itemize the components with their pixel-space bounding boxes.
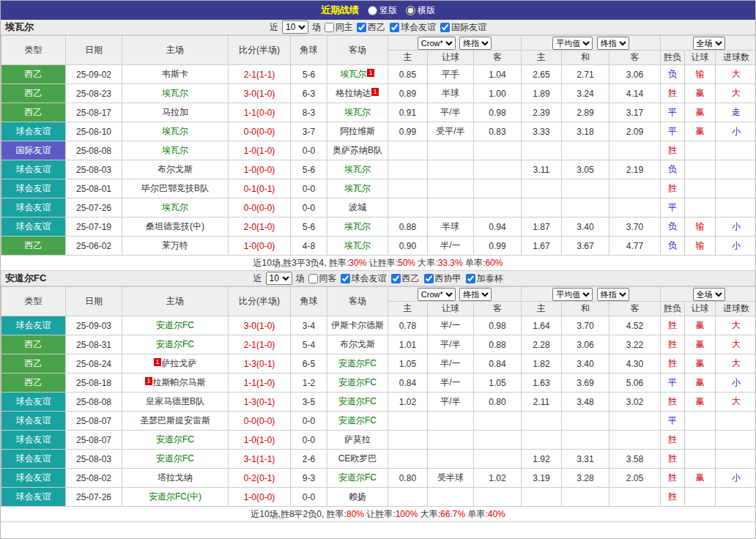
- home-team-name[interactable]: 塔拉戈纳: [158, 472, 193, 483]
- vertical-layout-radio[interactable]: [368, 6, 377, 15]
- away-team-cell[interactable]: 萨莫拉: [327, 431, 388, 450]
- score-cell[interactable]: 1-3(0-1): [229, 354, 291, 373]
- home-team-name[interactable]: 萨拉戈萨: [162, 358, 197, 368]
- home-team-cell[interactable]: 埃瓦尔: [122, 198, 229, 218]
- away-team-cell[interactable]: 安道尔FC: [327, 412, 388, 431]
- score-cell[interactable]: 1-0(0-0): [229, 237, 291, 256]
- home-team-name[interactable]: 马拉加: [162, 107, 188, 117]
- away-team-name[interactable]: 安道尔FC: [338, 358, 377, 368]
- avg-final-select[interactable]: 终指: [597, 288, 629, 301]
- league-filter[interactable]: 球会友谊: [341, 272, 387, 285]
- home-team-cell[interactable]: 马拉加: [122, 103, 229, 122]
- home-team-name[interactable]: 桑坦德竞技(中): [146, 221, 204, 231]
- away-team-cell[interactable]: 埃瓦尔: [327, 179, 388, 198]
- home-team-name[interactable]: 安道尔FC: [156, 434, 194, 445]
- away-team-cell[interactable]: 安道尔FC: [327, 373, 388, 393]
- score-cell[interactable]: 3-1(1-1): [229, 450, 291, 469]
- score-cell[interactable]: 1-0(0-0): [229, 488, 291, 507]
- home-team-name[interactable]: 埃瓦尔: [162, 88, 188, 98]
- home-team-name[interactable]: 安道尔FC: [156, 339, 194, 349]
- home-team-cell[interactable]: 埃瓦尔: [122, 122, 229, 141]
- same-venue-filter[interactable]: 同客: [308, 272, 337, 285]
- away-team-name[interactable]: 埃瓦尔: [340, 69, 366, 79]
- away-team-cell[interactable]: 波城: [327, 198, 388, 218]
- league-filter[interactable]: 国际友谊: [440, 21, 486, 34]
- away-team-cell[interactable]: 埃瓦尔: [327, 160, 388, 179]
- home-team-cell[interactable]: 布尔戈斯: [122, 160, 229, 179]
- home-team-cell[interactable]: 韦斯卡: [122, 65, 229, 84]
- away-team-name[interactable]: CE欧罗巴: [338, 453, 377, 464]
- home-team-cell[interactable]: 塔拉戈纳: [122, 469, 229, 488]
- league-filter-checkbox[interactable]: [391, 274, 401, 283]
- home-team-cell[interactable]: 皇家马德里B队: [122, 393, 229, 412]
- odds-source-select[interactable]: Crow*: [418, 288, 456, 301]
- away-team-name[interactable]: 埃瓦尔: [344, 107, 371, 117]
- score-cell[interactable]: 1-1(1-0): [229, 373, 291, 393]
- avg-final-select[interactable]: 终指: [597, 37, 629, 50]
- away-team-name[interactable]: 波城: [349, 202, 366, 212]
- home-team-name[interactable]: 布尔戈斯: [158, 164, 193, 174]
- league-filter-checkbox[interactable]: [357, 23, 366, 32]
- away-team-cell[interactable]: 安道尔FC: [327, 469, 388, 488]
- fulltime-select[interactable]: 全场: [693, 288, 725, 301]
- home-team-name[interactable]: 埃瓦尔: [162, 145, 188, 155]
- league-filter-checkbox[interactable]: [466, 274, 475, 283]
- home-team-cell[interactable]: 安道尔FC: [122, 431, 229, 450]
- score-cell[interactable]: 0-0(0-0): [229, 412, 291, 431]
- away-team-name[interactable]: 奥萨苏纳B队: [333, 145, 382, 155]
- score-cell[interactable]: 2-1(1-1): [229, 65, 291, 84]
- away-team-name[interactable]: 安道尔FC: [338, 415, 377, 425]
- score-cell[interactable]: 3-0(1-0): [229, 316, 291, 335]
- score-cell[interactable]: 1-0(1-0): [229, 141, 291, 160]
- league-filter[interactable]: 西协甲: [424, 272, 462, 285]
- score-cell[interactable]: 1-1(0-0): [229, 103, 291, 122]
- home-team-name[interactable]: 毕尔巴鄂竞技B队: [141, 183, 209, 193]
- away-team-name[interactable]: 安道尔FC: [338, 396, 377, 406]
- home-team-cell[interactable]: 埃瓦尔: [122, 141, 229, 160]
- score-cell[interactable]: 0-0(0-0): [229, 122, 291, 141]
- layout-option-vertical[interactable]: 竖版: [368, 4, 397, 17]
- away-team-cell[interactable]: 埃瓦尔1: [327, 65, 388, 84]
- layout-option-horizontal[interactable]: 横版: [406, 4, 435, 17]
- home-team-cell[interactable]: 安道尔FC: [122, 450, 229, 469]
- home-team-cell[interactable]: 安道尔FC: [122, 335, 229, 354]
- score-cell[interactable]: 0-2(0-1): [229, 469, 291, 488]
- away-team-cell[interactable]: 奥萨苏纳B队: [327, 141, 388, 160]
- away-team-name[interactable]: 埃瓦尔: [344, 240, 371, 250]
- home-team-name[interactable]: 拉斯帕尔马斯: [153, 377, 206, 387]
- home-team-cell[interactable]: 毕尔巴鄂竞技B队: [122, 179, 229, 198]
- home-team-name[interactable]: 埃瓦尔: [162, 202, 188, 212]
- home-team-cell[interactable]: 安道尔FC: [122, 316, 229, 335]
- recent-count-select[interactable]: 10: [282, 21, 308, 34]
- home-team-cell[interactable]: 莱万特: [122, 237, 229, 256]
- home-team-name[interactable]: 安道尔FC: [156, 320, 194, 330]
- horizontal-layout-radio[interactable]: [406, 6, 415, 15]
- away-team-cell[interactable]: 埃瓦尔: [327, 218, 388, 237]
- away-team-name[interactable]: 格拉纳达: [336, 88, 371, 98]
- odds-source-select[interactable]: Crow*: [418, 37, 456, 50]
- score-cell[interactable]: 0-1(0-1): [229, 179, 291, 198]
- away-team-cell[interactable]: 赖扬: [327, 488, 388, 507]
- avg-source-select[interactable]: 平均值: [552, 288, 593, 301]
- home-team-cell[interactable]: 埃瓦尔: [122, 84, 229, 103]
- away-team-name[interactable]: 埃瓦尔: [344, 164, 371, 174]
- home-team-cell[interactable]: 1萨拉戈萨: [122, 354, 229, 373]
- away-team-cell[interactable]: 格拉纳达1: [327, 84, 388, 103]
- home-team-name[interactable]: 埃瓦尔: [162, 126, 188, 136]
- away-team-name[interactable]: 安道尔FC: [338, 377, 377, 387]
- score-cell[interactable]: 2-0(1-0): [229, 218, 291, 237]
- away-team-name[interactable]: 安道尔FC: [338, 472, 377, 483]
- away-team-cell[interactable]: 安道尔FC: [327, 393, 388, 412]
- home-team-name[interactable]: 安道尔FC: [156, 453, 194, 464]
- home-team-cell[interactable]: 桑坦德竞技(中): [122, 218, 229, 237]
- league-filter-checkbox[interactable]: [440, 23, 450, 32]
- home-team-cell[interactable]: 圣瑟巴斯提安雷斯: [122, 412, 229, 431]
- league-filter[interactable]: 西乙: [357, 21, 385, 34]
- league-filter[interactable]: 球会友谊: [390, 21, 436, 34]
- score-cell[interactable]: 0-0(0-0): [229, 198, 291, 218]
- away-team-name[interactable]: 伊斯卡尔德斯: [331, 320, 384, 330]
- odds-final-select[interactable]: 终指: [459, 37, 492, 50]
- away-team-cell[interactable]: 伊斯卡尔德斯: [327, 316, 388, 335]
- score-cell[interactable]: 2-1(1-0): [229, 335, 291, 354]
- away-team-cell[interactable]: CE欧罗巴: [327, 450, 388, 469]
